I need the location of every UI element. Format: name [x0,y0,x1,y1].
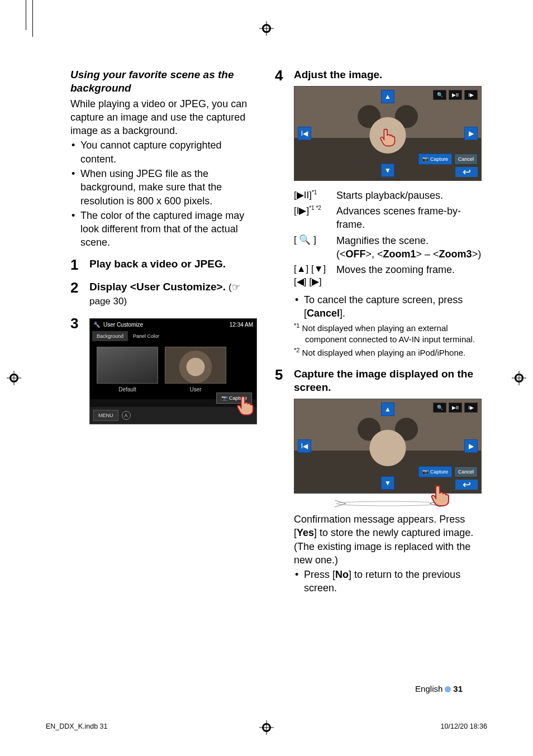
step-4-title: Adjust the image. [294,68,482,82]
intro-bullet: The color of the captured image may look… [70,209,258,250]
confirmation-text: Confirmation message appears. Press [Yes… [294,513,482,567]
footnote-1: *1 Not displayed when playing an externa… [294,322,482,346]
frame-advance-button[interactable]: I▶ [464,90,478,100]
capture-image-screenshot: ▲ ▼ I◀ ▶ 🔍 ▶II I▶ 📷 Capture Cancel [294,399,482,494]
section-heading: Using your favorite scene as the backgro… [70,68,258,95]
step-1-title: Play back a video or JPEG. [89,257,258,271]
step-number-2: 2 [70,280,83,295]
menu-button[interactable]: MENU [93,410,118,421]
footnote-2: *2 Not displayed when playing an iPod/iP… [294,346,482,358]
nav-down-button[interactable]: ▼ [381,164,394,177]
crop-mark [26,0,26,30]
play-pause-button[interactable]: ▶II [449,403,462,413]
nav-next-button[interactable]: ▶ [464,439,478,453]
frame-advance-button[interactable]: I▶ [464,403,478,413]
no-instruction: Press [No] to return to the previous scr… [294,568,482,595]
step-5-title: Capture the image displayed on the scree… [294,367,482,394]
registration-mark-icon [7,371,21,385]
svg-line-17 [335,500,346,504]
tab-panel-color[interactable]: Panel Color [129,331,164,341]
zoom-button[interactable]: 🔍 [433,403,446,413]
tab-background[interactable]: Background [92,331,128,341]
control-play-pause-key: [▶II]*1 [294,189,332,202]
capture-button[interactable]: 📷 Capture [418,154,452,165]
step-number-3: 3 [70,316,83,331]
step-2-title: Display <User Customize>. [89,281,226,293]
return-button[interactable]: ↩ [455,167,478,177]
control-arrows-key: [▲] [▼] [◀] [▶] [294,263,332,289]
flash-effect-icon [335,497,441,510]
nav-next-button[interactable]: ▶ [464,127,478,140]
svg-line-18 [335,504,346,507]
capture-button[interactable]: 📷 Capture [418,466,452,477]
registration-mark-icon [259,21,274,36]
print-meta-footer: EN_DDX_K.indb 31 10/12/20 18:36 [46,722,487,731]
crop-mark [32,0,33,37]
cancel-button[interactable]: Cancel [454,154,478,165]
nav-up-button[interactable]: ▲ [381,403,394,416]
zoom-button[interactable]: 🔍 [433,90,446,100]
control-arrows-desc: Moves the zooming frame. [336,263,482,276]
touch-pointer-icon [427,480,454,507]
nav-prev-button[interactable]: I◀ [298,439,311,453]
intro-paragraph: While playing a video or JPEG, you can c… [70,97,258,138]
meta-file: EN_DDX_K.indb 31 [46,722,107,731]
nav-up-button[interactable]: ▲ [381,90,394,103]
user-customize-screenshot: 🔧 User Customize 12:34 AM Background Pan… [89,318,257,424]
intro-bullet: When using JPEG file as the background, … [70,167,258,208]
thumbnail-default-label: Default [97,386,158,394]
av-button[interactable]: A [122,411,131,420]
touch-pointer-icon [233,391,257,416]
thumbnail-user[interactable] [165,347,226,384]
control-zoom-key: [ 🔍 ] [294,234,332,247]
screenshot-title: User Customize [103,321,143,329]
svg-point-16 [336,501,439,506]
control-zoom-desc: Magnifies the scene. (<OFF>, <Zoom1> – <… [336,234,482,261]
meta-timestamp: 10/12/20 18:36 [441,722,487,731]
nav-down-button[interactable]: ▼ [381,476,394,490]
play-pause-button[interactable]: ▶II [449,90,462,100]
screenshot-clock: 12:34 AM [230,321,253,329]
control-play-pause-desc: Starts playback/pauses. [336,189,482,202]
magnify-icon: 🔍 [299,235,311,245]
return-button[interactable]: ↩ [455,480,478,490]
control-frame-advance-key: [I▶]*1 *2 [294,204,332,218]
step-number-5: 5 [275,367,287,382]
intro-bullet: You cannot capture copyrighted content. [70,138,258,166]
touch-pointer-icon [377,125,399,147]
thumbnail-default[interactable] [97,347,158,384]
page-footer: English31 [415,683,463,695]
cancel-button[interactable]: Cancel [454,466,478,477]
registration-mark-icon [512,371,526,385]
cancel-instruction: To cancel the capture screen, press [Can… [294,293,482,320]
control-frame-advance-desc: Advances scenes frame-by-frame. [336,204,482,232]
step-number-4: 4 [275,68,287,83]
step-number-1: 1 [70,257,83,272]
nav-prev-button[interactable]: I◀ [298,127,311,140]
wrench-icon: 🔧 [93,321,100,329]
adjust-image-screenshot: ▲ ▼ I◀ ▶ 🔍 ▶II I▶ 📷 Capture Cancel [294,86,482,181]
